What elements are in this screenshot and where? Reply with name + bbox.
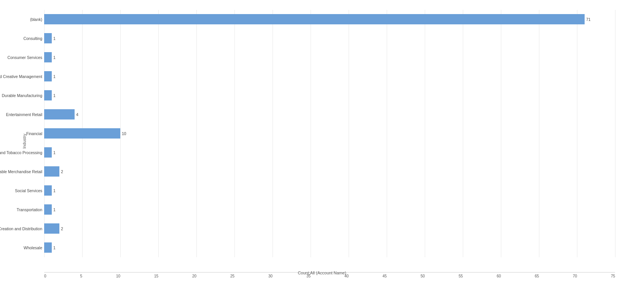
bar-row: Entertainment Retail4 bbox=[44, 109, 615, 120]
chart-wrapper: Industry (blank)71Consulting1Consumer Se… bbox=[14, 4, 630, 278]
bar-label: Wholesale bbox=[24, 245, 42, 250]
bar: 1 bbox=[44, 71, 52, 82]
bar-row: Social Services1 bbox=[44, 185, 615, 196]
bar-label: Durable Manufacturing bbox=[2, 93, 42, 98]
bar-value: 1 bbox=[53, 36, 56, 41]
bar-value: 1 bbox=[53, 55, 56, 60]
bar: 1 bbox=[44, 185, 52, 196]
bar-row: Design, Direction and Creative Managemen… bbox=[44, 71, 615, 82]
bar: 1 bbox=[44, 33, 52, 44]
bar: 1 bbox=[44, 52, 52, 63]
bar-label: Food and Tobacco Processing bbox=[0, 150, 42, 155]
bar: 1 bbox=[44, 242, 52, 253]
bar-row: Financial10 bbox=[44, 128, 615, 139]
bar: 1 bbox=[44, 90, 52, 101]
bar-value: 4 bbox=[76, 112, 78, 117]
chart-area: (blank)71Consulting1Consumer Services1De… bbox=[44, 10, 615, 257]
bar-row: Non-Durable Merchandise Retail2 bbox=[44, 166, 615, 177]
bar: 2 bbox=[44, 223, 59, 234]
bar-value: 1 bbox=[53, 150, 56, 155]
bar: 1 bbox=[44, 204, 52, 215]
bar-label: Transportation bbox=[17, 207, 42, 212]
bar-label: (blank) bbox=[30, 17, 42, 22]
bar-value: 1 bbox=[53, 74, 56, 79]
bars-area: (blank)71Consulting1Consumer Services1De… bbox=[44, 10, 615, 257]
bar-row: Utility Creation and Distribution2 bbox=[44, 223, 615, 234]
bar-value: 2 bbox=[61, 169, 63, 174]
bar-row: Wholesale1 bbox=[44, 242, 615, 253]
bar-value: 10 bbox=[122, 131, 126, 136]
bar-label: Utility Creation and Distribution bbox=[0, 226, 42, 231]
bar-row: (blank)71 bbox=[44, 14, 615, 25]
x-axis-label: Count:All (Account Name) bbox=[14, 271, 630, 275]
chart-container: Industry (blank)71Consulting1Consumer Se… bbox=[0, 0, 644, 282]
bar-value: 1 bbox=[53, 188, 56, 193]
bar: 4 bbox=[44, 109, 75, 120]
bar-row: Consumer Services1 bbox=[44, 52, 615, 63]
bar-label: Social Services bbox=[15, 188, 42, 193]
bar-row: Transportation1 bbox=[44, 204, 615, 215]
grid-line bbox=[615, 10, 615, 257]
bar-row: Consulting1 bbox=[44, 33, 615, 44]
bar: 10 bbox=[44, 128, 120, 139]
bar-value: 2 bbox=[61, 226, 63, 231]
bar: 1 bbox=[44, 147, 52, 158]
bar-label: Consumer Services bbox=[7, 55, 42, 60]
bar-row: Durable Manufacturing1 bbox=[44, 90, 615, 101]
bar-value: 1 bbox=[53, 207, 56, 212]
bar-label: Design, Direction and Creative Managemen… bbox=[0, 74, 42, 79]
bar: 2 bbox=[44, 166, 59, 177]
bar-label: Non-Durable Merchandise Retail bbox=[0, 169, 42, 174]
y-axis-label: Industry bbox=[22, 134, 27, 148]
bar: 71 bbox=[44, 14, 585, 25]
bar-value: 71 bbox=[586, 17, 591, 22]
bar-label: Consulting bbox=[23, 36, 42, 41]
bar-label: Entertainment Retail bbox=[6, 112, 42, 117]
bar-row: Food and Tobacco Processing1 bbox=[44, 147, 615, 158]
bar-value: 1 bbox=[53, 245, 56, 250]
bar-label: Financial bbox=[26, 131, 42, 136]
bar-value: 1 bbox=[53, 93, 56, 98]
